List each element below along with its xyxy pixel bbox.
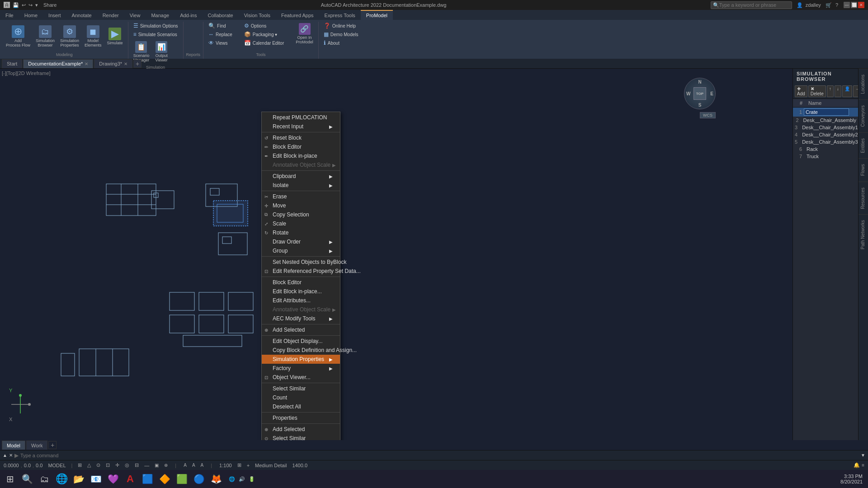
model-tab-add[interactable]: + [48,441,57,449]
ctx-move[interactable]: ✛ Move [262,201,340,210]
autocad-button[interactable]: A [122,471,138,487]
edge-button[interactable]: 🌐 [53,471,70,487]
ribbon-tab-file[interactable]: File [0,10,19,20]
linewt-icon[interactable]: — [144,463,149,468]
search-button[interactable]: 🔍 [19,471,35,487]
polar-icon[interactable]: ⊡ [106,462,110,468]
value-1400[interactable]: 1400.0 [292,463,307,468]
ctx-aec-modify[interactable]: AEC Modify Tools ▶ [262,314,340,323]
restore-button[interactable]: ⬜ [851,2,857,8]
ctx-object-viewer[interactable]: ⊡ Object Viewer... [262,373,340,382]
otrack-icon[interactable]: ◎ [125,462,129,468]
quick-access-redo[interactable]: ↪ [28,2,33,8]
ribbon-tab-collaborate[interactable]: Collaborate [202,10,238,20]
app2-button[interactable]: 🔶 [156,471,173,487]
ctx-copy-selection[interactable]: ⧉ Copy Selection [262,210,340,219]
ctx-select-similar-1[interactable]: Select Similar [262,384,340,393]
ribbon-tab-home[interactable]: Home [19,10,43,20]
ribbon-tab-featured[interactable]: Featured Apps [276,10,319,20]
ribbon-tab-view[interactable]: View [124,10,146,20]
ribbon-tab-manage[interactable]: Manage [146,10,175,20]
ctx-add-selected-1[interactable]: ⊕ Add Selected [262,325,340,334]
ctx-clipboard[interactable]: Clipboard ▶ [262,172,340,181]
side-tab-locations[interactable]: Locations [859,69,868,99]
viewport-icon[interactable]: + [247,463,250,468]
quick-access-undo[interactable]: ↩ [22,2,26,8]
simulation-browser-button[interactable]: 🗂 SimulationBrowser [33,24,57,49]
ribbon-tab-insert[interactable]: Insert [43,10,66,20]
ribbon-tab-vision[interactable]: Vision Tools [239,10,276,20]
replace-button[interactable]: ↔ Replace [206,30,235,38]
find-button[interactable]: 🔍 Find [206,22,235,30]
sim-tb-up[interactable]: ↑ [827,85,834,97]
ctx-add-selected-2[interactable]: ⊕ Add Selected [262,425,340,434]
ctx-edit-property-set[interactable]: ⊡ Edit Referenced Property Set Data... [262,267,340,276]
ctx-simulation-properties[interactable]: Simulation Properties ▶ [262,355,340,364]
doc-tab-drawing3[interactable]: Drawing3* ✕ [94,59,132,68]
simulate-scenarios-button[interactable]: ≡ Simulate Scenarios [131,30,179,38]
side-tab-conveyors[interactable]: Conveyors [859,99,868,132]
start-button[interactable]: ⊞ [2,471,18,487]
model-tab-work[interactable]: Work [26,441,47,450]
taskbar-clock[interactable]: 3:33 PM 8/20/2021 [840,474,866,484]
ribbon-tab-promodel[interactable]: ProModel [361,10,393,20]
app4-button[interactable]: 🔵 [191,471,207,487]
demo-models-button[interactable]: ▦ Demo Models [321,30,361,38]
app3-button[interactable]: 🟩 [174,471,190,487]
sel-cycling-icon[interactable]: ⊕ [164,463,168,468]
ctx-edit-object-display[interactable]: Edit Object Display... [262,337,340,346]
simulation-options-button[interactable]: ☰ Simulation Options [131,22,180,30]
ctx-annotative-scale-1[interactable]: Annotative Object Scale ▶ [262,160,340,169]
model-elements-button[interactable]: ◼ ModelElements [82,24,104,49]
sim-item-1-input[interactable] [804,108,849,116]
ctx-factory[interactable]: Factory ▶ [262,364,340,373]
annotation-monitor[interactable]: A [184,463,187,468]
doc-tab-documentation-close[interactable]: ✕ [85,61,88,66]
side-tab-resources[interactable]: Resources [859,182,868,215]
simulate-button[interactable]: ▶ Simulate [105,26,125,47]
ctx-deselect-all-1[interactable]: Deselect All [262,402,340,411]
ribbon-tab-addins[interactable]: Add-ins [175,10,202,20]
systray-sound[interactable]: 🔊 [239,476,245,482]
systray-network[interactable]: 🌐 [229,476,235,482]
search-box[interactable]: 🔍 [711,1,792,9]
info-icon[interactable]: ? [835,2,838,8]
ctx-count-1[interactable]: Count [262,393,340,402]
share-button[interactable]: Share [43,2,57,8]
sim-item-2[interactable]: 2 Desk__Chair_Assembly [793,117,858,124]
ctx-copy-block-def[interactable]: Copy Block Definition and Assign... [262,346,340,355]
zoom-ratio[interactable]: 1:100 [219,463,232,468]
cmd-expand-icon[interactable]: ▲ [3,453,7,458]
side-tab-entities[interactable]: Entities [859,132,868,159]
options-button[interactable]: ⚙ Options [242,22,286,30]
output-viewer-button[interactable]: 📊 OutputViewer [152,40,170,64]
ctx-edit-block-inplace-2[interactable]: Edit Block in-place... [262,287,340,296]
minimize-button[interactable]: — [844,2,850,8]
canvas-area[interactable]: [-][Top][2D Wireframe] [0,69,793,440]
ctx-annotative-scale-2[interactable]: Annotative Object Scale ▶ [262,305,340,314]
ctx-edit-attributes[interactable]: Edit Attributes... [262,296,340,305]
packaging-button[interactable]: 📦 Packaging ▾ [242,30,286,38]
cmd-scroll-icon[interactable]: ▼ [861,453,865,458]
doc-tab-drawing3-close[interactable]: ✕ [124,61,127,66]
simulation-properties-button[interactable]: ⚙ SimulationProperties [58,24,81,49]
ctx-repeat-pmlocation[interactable]: Repeat PMLOCATION [262,113,340,122]
compass-center-label[interactable]: TOP [693,87,706,100]
side-tab-flows[interactable]: Flows [859,158,868,181]
close-button[interactable]: ✕ [858,2,864,8]
anno-scale[interactable]: A [201,463,204,468]
ctx-erase[interactable]: ✂ Erase [262,192,340,201]
task-view-button[interactable]: 🗂 [36,471,52,487]
sim-item-1[interactable]: 1 [793,108,858,117]
cmd-input[interactable] [20,453,859,458]
sim-tb-delete[interactable]: ✖ Delete [808,85,826,97]
file-explorer-button[interactable]: 📂 [71,471,87,487]
views-button[interactable]: 👁 Views [206,39,235,47]
sim-tb-user[interactable]: 👤 [842,85,852,97]
search-input[interactable] [719,2,787,8]
ctx-reset-block[interactable]: ↺ Reset Block [262,133,340,142]
anno-visibility[interactable]: A [192,463,195,468]
transp-icon[interactable]: ▣ [155,463,159,468]
grid-icon[interactable]: ⊞ [78,462,82,468]
ctx-scale[interactable]: ⤢ Scale [262,219,340,228]
